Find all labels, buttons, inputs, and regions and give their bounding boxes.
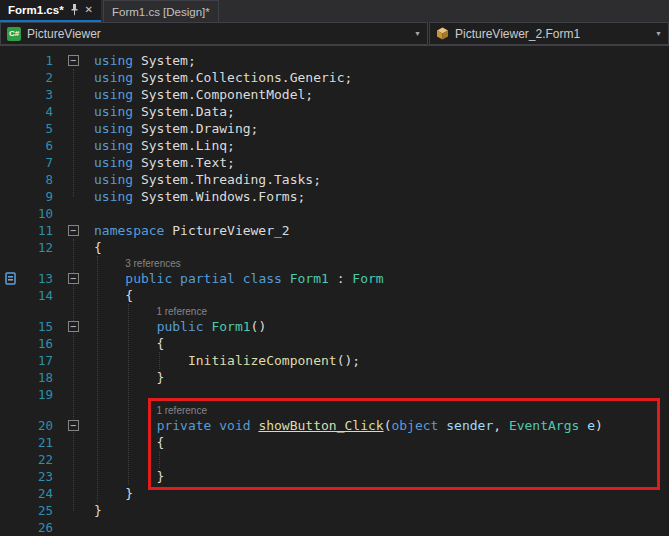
code-line-20[interactable]: 20− private void showButton_Click(object…: [0, 417, 669, 434]
fold-margin[interactable]: −: [62, 52, 84, 69]
line-number[interactable]: [20, 304, 62, 318]
code-line-5[interactable]: 5using System.Drawing;: [0, 120, 669, 137]
fold-collapse-icon[interactable]: −: [68, 321, 79, 332]
code-line-25[interactable]: 25}: [0, 502, 669, 519]
glyph-margin[interactable]: [0, 468, 20, 485]
code-text[interactable]: {: [84, 239, 102, 256]
code-line-1[interactable]: 1−using System;: [0, 52, 669, 69]
code-text[interactable]: InitializeComponent();: [84, 352, 360, 369]
glyph-margin[interactable]: [0, 485, 20, 502]
line-number[interactable]: 5: [20, 120, 62, 137]
code-text[interactable]: {: [84, 335, 164, 352]
glyph-margin[interactable]: [0, 318, 20, 335]
code-text[interactable]: using System.Threading.Tasks;: [84, 171, 321, 188]
code-editor[interactable]: 1−using System;2using System.Collections…: [0, 46, 669, 536]
close-icon[interactable]: ✕: [85, 5, 93, 15]
code-line-26[interactable]: 26: [0, 519, 669, 536]
glyph-margin[interactable]: [0, 386, 20, 403]
codelens-label[interactable]: 1 reference: [84, 304, 207, 318]
code-line-13[interactable]: 13− public partial class Form1 : Form: [0, 270, 669, 287]
code-text[interactable]: }: [84, 369, 164, 386]
line-number[interactable]: 3: [20, 86, 62, 103]
glyph-margin[interactable]: [0, 222, 20, 239]
glyph-margin[interactable]: [0, 403, 20, 417]
code-text[interactable]: using System.Text;: [84, 154, 235, 171]
line-number[interactable]: 12: [20, 239, 62, 256]
glyph-margin[interactable]: [0, 519, 20, 536]
glyph-margin[interactable]: [0, 69, 20, 86]
code-text[interactable]: namespace PictureViewer_2: [84, 222, 290, 239]
codelens-row[interactable]: 1 reference: [0, 403, 669, 417]
line-number[interactable]: 23: [20, 468, 62, 485]
code-text[interactable]: [84, 386, 94, 403]
line-number[interactable]: 22: [20, 451, 62, 468]
code-text[interactable]: }: [84, 502, 102, 519]
fold-margin[interactable]: −: [62, 222, 84, 239]
type-member-dropdown[interactable]: PictureViewer_2.Form1 ▼: [429, 22, 669, 45]
code-text[interactable]: [84, 205, 94, 222]
glyph-margin[interactable]: [0, 287, 20, 304]
line-number[interactable]: [20, 403, 62, 417]
code-line-18[interactable]: 18 }: [0, 369, 669, 386]
code-text[interactable]: [84, 519, 94, 536]
glyph-margin[interactable]: [0, 103, 20, 120]
line-number[interactable]: 17: [20, 352, 62, 369]
code-line-19[interactable]: 19: [0, 386, 669, 403]
code-line-15[interactable]: 15− public Form1(): [0, 318, 669, 335]
line-number[interactable]: [20, 256, 62, 270]
line-number[interactable]: 26: [20, 519, 62, 536]
tab-form1-cs-design[interactable]: Form1.cs [Design]*: [103, 0, 219, 22]
line-number[interactable]: 2: [20, 69, 62, 86]
glyph-margin[interactable]: [0, 335, 20, 352]
glyph-margin[interactable]: [0, 451, 20, 468]
code-text[interactable]: public partial class Form1 : Form: [84, 270, 384, 287]
line-number[interactable]: 15: [20, 318, 62, 335]
fold-collapse-icon[interactable]: −: [68, 273, 79, 284]
code-line-3[interactable]: 3using System.ComponentModel;: [0, 86, 669, 103]
code-line-22[interactable]: 22: [0, 451, 669, 468]
glyph-margin[interactable]: [0, 86, 20, 103]
glyph-margin[interactable]: [0, 137, 20, 154]
code-line-7[interactable]: 7using System.Text;: [0, 154, 669, 171]
pin-icon[interactable]: [70, 4, 79, 16]
code-text[interactable]: private void showButton_Click(object sen…: [84, 417, 603, 434]
fold-margin[interactable]: −: [62, 417, 84, 434]
glyph-margin[interactable]: [0, 434, 20, 451]
codelens-row[interactable]: 1 reference: [0, 304, 669, 318]
project-dropdown[interactable]: C# PictureViewer ▼: [0, 22, 428, 45]
code-text[interactable]: using System.Drawing;: [84, 120, 258, 137]
fold-margin[interactable]: −: [62, 270, 84, 287]
glyph-margin[interactable]: [0, 239, 20, 256]
line-number[interactable]: 18: [20, 369, 62, 386]
code-line-10[interactable]: 10: [0, 205, 669, 222]
fold-margin[interactable]: −: [62, 318, 84, 335]
code-text[interactable]: using System.Windows.Forms;: [84, 188, 305, 205]
code-line-23[interactable]: 23 }: [0, 468, 669, 485]
line-number[interactable]: 8: [20, 171, 62, 188]
glyph-margin[interactable]: [0, 171, 20, 188]
line-number[interactable]: 9: [20, 188, 62, 205]
glyph-margin[interactable]: [0, 120, 20, 137]
line-number[interactable]: 13: [20, 270, 62, 287]
glyph-margin[interactable]: [0, 502, 20, 519]
glyph-margin[interactable]: [0, 205, 20, 222]
code-line-14[interactable]: 14 {: [0, 287, 669, 304]
tab-form1-cs[interactable]: Form1.cs* ✕: [0, 0, 101, 22]
line-number[interactable]: 20: [20, 417, 62, 434]
fold-collapse-icon[interactable]: −: [68, 420, 79, 431]
glyph-margin[interactable]: [0, 369, 20, 386]
code-text[interactable]: using System.Collections.Generic;: [84, 69, 352, 86]
code-line-17[interactable]: 17 InitializeComponent();: [0, 352, 669, 369]
code-line-16[interactable]: 16 {: [0, 335, 669, 352]
margin-glyph-icon[interactable]: [0, 270, 20, 287]
fold-collapse-icon[interactable]: −: [68, 55, 79, 66]
code-text[interactable]: {: [84, 287, 133, 304]
code-text[interactable]: [84, 451, 94, 468]
code-text[interactable]: using System;: [84, 52, 196, 69]
line-number[interactable]: 6: [20, 137, 62, 154]
fold-collapse-icon[interactable]: −: [68, 225, 79, 236]
code-line-2[interactable]: 2using System.Collections.Generic;: [0, 69, 669, 86]
glyph-margin[interactable]: [0, 417, 20, 434]
codelens-row[interactable]: 3 references: [0, 256, 669, 270]
glyph-margin[interactable]: [0, 188, 20, 205]
